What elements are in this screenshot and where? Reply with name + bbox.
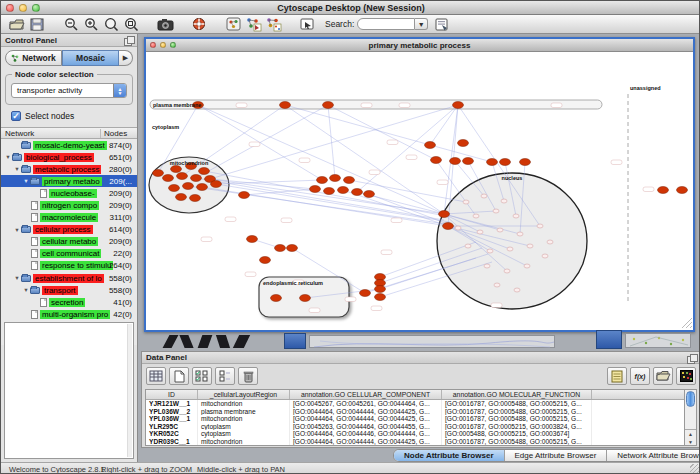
network-node-small[interactable] bbox=[463, 200, 469, 204]
network-node[interactable] bbox=[163, 175, 174, 182]
network-node-small[interactable] bbox=[494, 283, 500, 287]
network-node-small[interactable] bbox=[493, 209, 499, 213]
tree-row[interactable]: ▼metabolic process280(0) bbox=[1, 163, 137, 175]
tree-row[interactable]: cellular metabo209(0) bbox=[1, 236, 137, 248]
network-node[interactable] bbox=[280, 102, 291, 109]
tree-row[interactable]: multi-organism pro42(0) bbox=[1, 308, 137, 320]
network-node-small[interactable] bbox=[507, 247, 513, 251]
tab-node-attribute-browser[interactable]: Node Attribute Browser bbox=[394, 450, 505, 461]
network-node[interactable] bbox=[183, 183, 194, 190]
network-node[interactable] bbox=[500, 159, 511, 166]
network-node[interactable] bbox=[352, 189, 363, 196]
network-node[interactable] bbox=[211, 181, 222, 188]
zoom-in-button[interactable] bbox=[81, 16, 101, 33]
tab-overflow-arrow[interactable]: ▶ bbox=[119, 50, 133, 66]
delete-attribute-button[interactable] bbox=[238, 367, 258, 385]
mosaic-panel-button[interactable] bbox=[223, 16, 243, 33]
attribute-notes-button[interactable] bbox=[607, 367, 627, 385]
select-nodes-checkbox[interactable]: ✓ bbox=[11, 111, 21, 121]
tree-expand-arrow-icon[interactable]: ▼ bbox=[13, 166, 21, 172]
network-node[interactable] bbox=[344, 177, 355, 184]
window-titlebar[interactable]: Cytoscape Desktop (New Session) bbox=[1, 1, 700, 15]
network-node[interactable] bbox=[450, 158, 461, 165]
tree-row[interactable]: mosaic-demo-yeast874(0) bbox=[1, 139, 137, 151]
table-scrollbar[interactable]: ▲▼ bbox=[684, 389, 697, 446]
search-dropdown-arrow[interactable]: ▼ bbox=[415, 18, 428, 30]
node-color-combobox[interactable]: transporter activity ▲▼ bbox=[11, 83, 127, 98]
network-node[interactable] bbox=[375, 294, 386, 301]
column-header[interactable] bbox=[592, 390, 684, 399]
window-resize-grip[interactable] bbox=[690, 464, 700, 474]
network-node[interactable] bbox=[487, 159, 498, 166]
network-node[interactable] bbox=[177, 173, 188, 180]
tree-row[interactable]: ▼primary metabo209(... bbox=[1, 175, 137, 187]
network-node[interactable] bbox=[199, 168, 210, 175]
tree-row[interactable]: ▼establishment of lo558(0) bbox=[1, 272, 137, 284]
tree-row[interactable]: ▼biological_process651(0) bbox=[1, 151, 137, 163]
network-edge[interactable] bbox=[328, 105, 335, 178]
snapshot-camera-button[interactable] bbox=[155, 16, 175, 33]
float-panel-icon[interactable] bbox=[124, 36, 133, 44]
help-lifering-button[interactable] bbox=[189, 16, 209, 33]
network-node-small[interactable] bbox=[481, 194, 487, 198]
table-row[interactable]: YLR295Ccytoplasm[GO:0045263, GO:0044464,… bbox=[146, 423, 684, 431]
network-edge[interactable] bbox=[285, 105, 492, 162]
new-attribute-button[interactable] bbox=[169, 367, 189, 385]
tab-mosaic[interactable]: Mosaic bbox=[62, 50, 119, 66]
attribute-table[interactable]: ID_cellularLayoutRegionannotation.GO CEL… bbox=[145, 389, 685, 446]
network-node[interactable] bbox=[169, 185, 180, 192]
select-attributes-button[interactable] bbox=[146, 367, 166, 385]
tree-row[interactable]: secretion41(0) bbox=[1, 296, 137, 308]
tab-edge-attribute-browser[interactable]: Edge Attribute Browser bbox=[505, 450, 608, 461]
network-node-small[interactable] bbox=[487, 249, 493, 253]
table-row[interactable]: YPL036W__2plasma membrane[GO:0044464, GO… bbox=[146, 408, 684, 416]
network-node-small[interactable] bbox=[547, 240, 553, 244]
network-node-small[interactable] bbox=[484, 264, 490, 268]
table-row[interactable]: YJR121W__1mitochondrion[GO:0045267, GO:0… bbox=[146, 400, 684, 408]
network-node[interactable] bbox=[317, 177, 328, 184]
apply-layout-button[interactable] bbox=[243, 16, 263, 33]
network-node[interactable] bbox=[324, 188, 335, 195]
column-header[interactable]: annotation.GO MOLECULAR_FUNCTION bbox=[442, 390, 592, 399]
network-node-small[interactable] bbox=[513, 214, 519, 218]
network-node-small[interactable] bbox=[497, 228, 503, 232]
network-node[interactable] bbox=[375, 286, 386, 293]
network-node-small[interactable] bbox=[455, 226, 461, 230]
open-file-button[interactable] bbox=[7, 16, 27, 33]
network-node[interactable] bbox=[443, 223, 454, 230]
tree-expand-arrow-icon[interactable]: ▼ bbox=[13, 227, 21, 233]
formula-builder-button[interactable]: f(x) bbox=[630, 367, 650, 385]
tab-network[interactable]: Network bbox=[5, 50, 62, 66]
network-node[interactable] bbox=[439, 211, 450, 218]
network-node[interactable] bbox=[364, 191, 375, 198]
network-node-small[interactable] bbox=[473, 214, 479, 218]
network-node[interactable] bbox=[458, 140, 469, 147]
network-node[interactable] bbox=[330, 175, 341, 182]
network-node-small[interactable] bbox=[477, 230, 483, 234]
network-node-small[interactable] bbox=[517, 232, 523, 236]
network-node[interactable] bbox=[190, 195, 201, 202]
import-attributes-button[interactable] bbox=[653, 367, 673, 385]
network-node[interactable] bbox=[338, 187, 349, 194]
tree-row[interactable]: nucleobase-209(0) bbox=[1, 187, 137, 199]
network-node-small[interactable] bbox=[537, 224, 543, 228]
float-panel-icon[interactable] bbox=[687, 354, 696, 362]
network-node[interactable] bbox=[153, 170, 164, 177]
tree-row[interactable]: response to stimulu264(0) bbox=[1, 260, 137, 272]
canvas-resize-grip[interactable] bbox=[682, 318, 692, 328]
tab-network-attribute-browser[interactable]: Network Attribute Browser bbox=[607, 450, 700, 461]
tree-expand-arrow-icon[interactable]: ▼ bbox=[22, 287, 30, 293]
tree-expand-arrow-icon[interactable]: ▼ bbox=[4, 154, 12, 160]
column-header[interactable]: annotation.GO CELLULAR_COMPONENT bbox=[290, 390, 442, 399]
network-node[interactable] bbox=[271, 295, 282, 302]
tree-expand-arrow-icon[interactable]: ▼ bbox=[13, 275, 21, 281]
network-node[interactable] bbox=[171, 166, 182, 173]
tree-row[interactable]: cell communicat22(0) bbox=[1, 248, 137, 260]
network-node[interactable] bbox=[247, 236, 258, 243]
matrix-view-button[interactable] bbox=[676, 367, 696, 385]
attribute-columns-button[interactable] bbox=[215, 367, 235, 385]
annotation-button[interactable] bbox=[297, 16, 317, 33]
column-header[interactable]: ID bbox=[146, 390, 198, 399]
tree-expand-arrow-icon[interactable]: ▼ bbox=[22, 178, 30, 184]
zoom-selected-button[interactable] bbox=[121, 16, 141, 33]
